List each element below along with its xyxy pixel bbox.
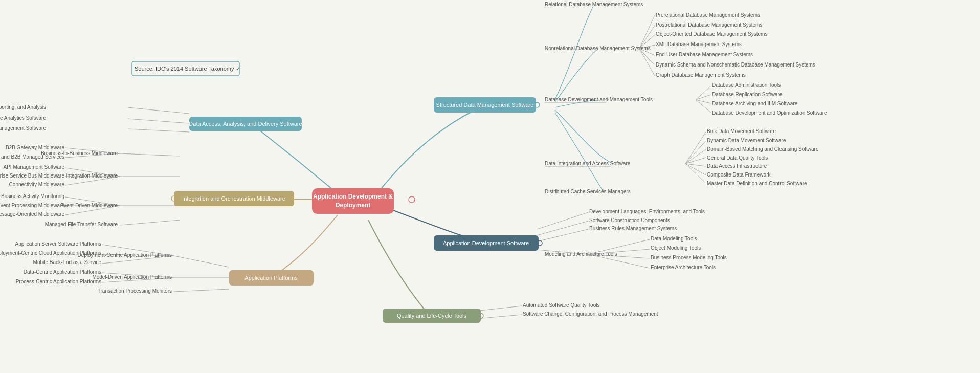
db-admin-label: Database Administration Tools xyxy=(712,82,781,88)
structured-data-node-label: Structured Data Management Software xyxy=(436,102,534,108)
integration-node-label: Integration and Orchestration Middleware xyxy=(182,195,285,202)
db-replication-label: Database Replication Software xyxy=(712,92,783,97)
nonrelational-db-label: Nonrelational Database Management System… xyxy=(545,46,651,51)
deployment-centric-label: Deployment-Centric Application Platforms xyxy=(77,252,172,258)
bpm-tools-label: Business Process Modeling Tools xyxy=(651,255,727,260)
data-access-node-label: Data Access, Analysis, and Delivery Soft… xyxy=(189,121,302,127)
master-data-label: Master Data Definition and Control Softw… xyxy=(707,181,807,186)
db-dev-opt-label: Database Development and Optimization So… xyxy=(712,110,827,116)
mindmap: Source: IDC's 2014 Software Taxonomy ✓ xyxy=(0,0,980,373)
data-integration-node-label: Data Integration and Access Software xyxy=(545,161,631,166)
db-archiving-label: Database Archiving and ILM Software xyxy=(712,101,798,106)
dynamic-data-label: Dynamic Data Movement Software xyxy=(707,138,786,143)
postrelational-label: Postrelational Database Management Syste… xyxy=(656,22,762,28)
advanced-analytics-label: Advanced and Predictive Analytics Softwa… xyxy=(0,115,46,121)
message-oriented-label: Message-Oriented Middleware xyxy=(0,211,64,217)
domain-matching-label: Domain-Based Matching and Cleansing Soft… xyxy=(707,146,819,152)
software-construction-label: Software Construction Components xyxy=(589,217,670,223)
esb-label: Enterprise Service Bus Middleware xyxy=(0,173,64,179)
auto-quality-label: Automated Software Quality Tools xyxy=(523,302,599,308)
relational-db-label: Relational Database Management Systems xyxy=(545,2,643,7)
graph-db-label: Graph Database Management Systems xyxy=(656,72,746,78)
business-rules-label: Business Rules Management Systems xyxy=(589,226,677,231)
end-user-query-label: End-User Query, Reporting, and Analysis xyxy=(0,104,46,110)
bulk-data-label: Bulk Data Movement Software xyxy=(707,128,776,134)
event-driven-label: Event-Driven Middleware xyxy=(60,203,118,208)
data-centric-label: Data-Centric Application Platforms xyxy=(24,269,101,275)
center-node xyxy=(312,188,394,214)
integration-middleware-label: Integration Middleware xyxy=(66,173,118,179)
transaction-processing-label: Transaction Processing Monitors xyxy=(98,288,172,294)
svg-rect-0 xyxy=(0,0,980,373)
end-user-db-label: End-User Database Management Systems xyxy=(656,52,753,57)
general-data-quality-label: General Data Quality Tools xyxy=(707,155,768,161)
xml-db-label: XML Database Management Systems xyxy=(656,41,742,47)
center-label-line2: Deployment xyxy=(336,202,371,209)
modeling-arch-label: Modeling and Architecture Tools xyxy=(545,251,617,257)
distributed-cache-label: Distributed Cache Services Managers xyxy=(545,189,631,194)
data-modeling-label: Data Modeling Tools xyxy=(651,236,697,242)
enterprise-arch-label: Enterprise Architecture Tools xyxy=(651,265,716,270)
db-dev-mgmt-label: Database Development and Management Tool… xyxy=(545,97,653,102)
dynamic-schema-label: Dynamic Schema and Nonschematic Database… xyxy=(656,62,815,68)
b2b-middleware-label: Business-to-Business Middleware xyxy=(41,150,118,156)
object-oriented-db-label: Object-Oriented Database Management Syst… xyxy=(656,31,767,37)
app-platforms-label: Application Platforms xyxy=(244,275,298,281)
bam-label: Business Activity Monitoring xyxy=(1,193,64,199)
model-driven-label: Model-Driven Application Platforms xyxy=(92,274,172,280)
app-dev-node-label: Application Development Software xyxy=(443,240,529,246)
b2b-gateway-label: B2B Gateway Middleware xyxy=(6,145,64,150)
spatial-info-label: Spatial Information Management Software xyxy=(0,125,46,131)
dev-languages-label: Development Languages, Environments, and… xyxy=(589,209,705,214)
quality-node-label: Quality and Life-Cycle Tools xyxy=(397,313,467,319)
center-label-line1: Application Development & xyxy=(313,193,393,200)
source-label: Source: IDC's 2014 Software Taxonomy ✓ xyxy=(135,65,240,72)
object-modeling-label: Object Modeling Tools xyxy=(651,245,701,251)
connectivity-label: Connectivity Middleware xyxy=(9,182,65,187)
sw-change-label: Software Change, Configuration, and Proc… xyxy=(523,311,658,317)
prerelational-label: Prerelational Database Management System… xyxy=(656,12,760,18)
mobile-backend-label: Mobile Back-End as a Service xyxy=(33,259,102,265)
composite-data-label: Composite Data Framework xyxy=(707,172,771,178)
data-access-infra-label: Data Access Infrastructure xyxy=(707,163,767,169)
managed-file-label: Managed File Transfer Software xyxy=(45,222,118,227)
api-mgmt-label: API Management Software xyxy=(3,164,64,170)
complex-event-label: Complex Event Processing Middleware xyxy=(0,203,64,208)
app-server-label: Application Server Software Platforms xyxy=(15,241,101,247)
process-centric-label: Process-Centric Application Platforms xyxy=(16,279,101,284)
